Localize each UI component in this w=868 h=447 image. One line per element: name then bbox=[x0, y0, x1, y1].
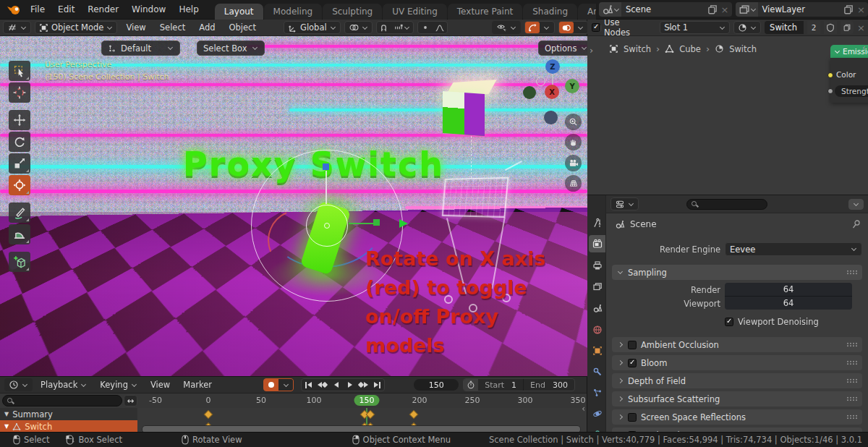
keyframe-diamond[interactable] bbox=[204, 410, 213, 420]
strength-field[interactable]: Strength bbox=[835, 85, 868, 97]
color-socket[interactable] bbox=[827, 72, 833, 78]
viewlayer-name[interactable]: ViewLayer bbox=[758, 4, 843, 14]
region-collapse-arrow[interactable]: ‹ bbox=[582, 404, 585, 414]
tab-uv-editing[interactable]: UV Editing bbox=[383, 4, 447, 20]
keyframe-diamond[interactable] bbox=[409, 410, 419, 420]
unlink-scene-icon[interactable]: × bbox=[718, 4, 732, 15]
auto-key-button[interactable] bbox=[264, 379, 278, 391]
properties-search-input[interactable] bbox=[686, 199, 767, 210]
play-button[interactable] bbox=[343, 379, 357, 391]
snap-toggle-button[interactable] bbox=[377, 22, 391, 33]
cursor-tool[interactable] bbox=[9, 82, 30, 103]
menu-object[interactable]: Object bbox=[224, 22, 261, 33]
menu-add[interactable]: Add bbox=[194, 22, 220, 33]
tab-constraints[interactable] bbox=[589, 426, 605, 432]
rotate-tool[interactable] bbox=[9, 132, 30, 152]
samples-render-field[interactable]: 64 bbox=[725, 283, 852, 297]
ssr-checkbox[interactable] bbox=[628, 413, 637, 422]
transform-tool[interactable] bbox=[9, 175, 30, 195]
tab-modeling[interactable]: Modeling bbox=[264, 4, 323, 20]
next-keyframe-button[interactable] bbox=[357, 379, 370, 391]
current-frame-badge[interactable]: 150 bbox=[354, 395, 380, 406]
perspective-toggle-button[interactable] bbox=[565, 175, 582, 192]
gizmos-dropdown[interactable] bbox=[540, 22, 554, 33]
scene-name[interactable]: Scene bbox=[621, 4, 707, 14]
axis-neg-y-ball[interactable] bbox=[523, 86, 536, 99]
previous-keyframe-button[interactable] bbox=[315, 379, 329, 391]
subsurface-scattering-panel[interactable]: Subsurface Scattering bbox=[612, 391, 862, 406]
menu-help[interactable]: Help bbox=[173, 2, 204, 17]
snap-target-dropdown[interactable] bbox=[391, 22, 413, 33]
axis-y-ball[interactable]: Y bbox=[565, 79, 579, 93]
use-nodes-checkbox[interactable] bbox=[592, 23, 600, 32]
falloff-dropdown[interactable] bbox=[433, 22, 447, 33]
overlays-dropdown[interactable] bbox=[574, 22, 588, 33]
menu-edit[interactable]: Edit bbox=[52, 2, 80, 17]
tab-physics[interactable] bbox=[589, 405, 605, 422]
play-reverse-button[interactable] bbox=[329, 379, 343, 391]
pin-icon[interactable] bbox=[851, 219, 861, 229]
menu-tl-view[interactable]: View bbox=[145, 380, 175, 390]
menu-keying[interactable]: Keying bbox=[95, 380, 142, 390]
menu-select[interactable]: Select bbox=[155, 22, 190, 33]
new-viewlayer-icon[interactable] bbox=[843, 4, 854, 15]
axis-x-ball[interactable]: X bbox=[545, 85, 559, 99]
orientation-dropdown[interactable]: Global bbox=[284, 21, 341, 34]
tab-particles[interactable] bbox=[589, 384, 605, 401]
options-dropdown[interactable]: Options bbox=[538, 41, 588, 56]
bloom-panel[interactable]: Bloom bbox=[612, 355, 862, 370]
overlays-toggle-button[interactable] bbox=[559, 22, 574, 33]
breadcrumb-mesh[interactable]: Cube bbox=[679, 44, 701, 54]
timeline-ruler[interactable]: ↔ -50 0 50 100 150 200 250 300 350 bbox=[0, 393, 587, 408]
tab-sculpting[interactable]: Sculpting bbox=[323, 4, 382, 20]
strength-socket[interactable] bbox=[827, 88, 833, 94]
breadcrumb-object[interactable]: Switch bbox=[624, 44, 651, 54]
select-box-tool[interactable] bbox=[9, 61, 30, 81]
tab-shading[interactable]: Shading bbox=[523, 4, 577, 20]
pan-view-button[interactable] bbox=[565, 134, 582, 150]
jump-to-start-button[interactable] bbox=[302, 379, 315, 391]
use-preview-range-button[interactable] bbox=[464, 379, 478, 391]
auto-key-dropdown[interactable] bbox=[278, 379, 293, 391]
channel-search-input[interactable] bbox=[2, 395, 122, 406]
menu-render[interactable]: Render bbox=[82, 2, 124, 17]
start-frame-field[interactable]: Start1 bbox=[478, 379, 524, 391]
z-axis-handle[interactable] bbox=[323, 163, 329, 170]
fake-user-button[interactable] bbox=[824, 21, 837, 34]
new-scene-icon[interactable] bbox=[707, 4, 718, 15]
bloom-checkbox[interactable] bbox=[628, 359, 637, 367]
viewport-canvas[interactable]: Proxy Switch Rotate on X axis (red) to t… bbox=[0, 36, 588, 376]
breadcrumb-scene[interactable]: Scene bbox=[630, 219, 657, 229]
emission-node[interactable]: Emission Color Strength bbox=[830, 45, 868, 103]
samples-viewport-field[interactable]: 64 bbox=[725, 297, 852, 310]
visibility-dropdown[interactable] bbox=[492, 21, 521, 34]
region-expand-arrow[interactable]: › bbox=[590, 45, 593, 56]
tab-output[interactable] bbox=[589, 257, 605, 274]
mode-dropdown[interactable]: Object Mode bbox=[35, 21, 117, 34]
timeline-tracks[interactable]: ▼ Summary ▼ Switch ‹ bbox=[0, 408, 587, 432]
measure-tool[interactable] bbox=[9, 224, 30, 244]
add-cube-tool[interactable] bbox=[9, 252, 30, 272]
end-frame-field[interactable]: End300 bbox=[524, 379, 574, 391]
expand-triangle-icon[interactable]: ▼ bbox=[4, 411, 9, 417]
axis-z-ball[interactable]: Z bbox=[545, 59, 560, 74]
breadcrumb-material[interactable]: Switch bbox=[729, 44, 757, 54]
blender-logo-icon[interactable] bbox=[6, 3, 22, 16]
tab-modifiers[interactable] bbox=[589, 363, 605, 380]
sampling-panel-header[interactable]: Sampling bbox=[612, 265, 862, 280]
copy-material-button[interactable] bbox=[841, 21, 854, 34]
jump-to-end-button[interactable] bbox=[370, 379, 384, 391]
editor-type-button[interactable] bbox=[3, 21, 31, 34]
menu-file[interactable]: File bbox=[25, 2, 51, 17]
render-engine-dropdown[interactable]: Eevee bbox=[725, 242, 862, 256]
screen-space-reflections-panel[interactable]: Screen Space Reflections bbox=[612, 409, 862, 425]
tab-world[interactable] bbox=[589, 321, 605, 339]
scene-browse-button[interactable] bbox=[599, 2, 621, 17]
timeline-editor-type-button[interactable] bbox=[4, 378, 33, 391]
remove-viewlayer-icon[interactable]: × bbox=[854, 4, 868, 15]
tab-layout[interactable]: Layout bbox=[215, 4, 263, 20]
menu-marker[interactable]: Marker bbox=[178, 380, 217, 390]
tab-texture-paint[interactable]: Texture Paint bbox=[448, 4, 522, 20]
properties-filter-button[interactable] bbox=[848, 199, 864, 210]
menu-window[interactable]: Window bbox=[126, 2, 171, 17]
